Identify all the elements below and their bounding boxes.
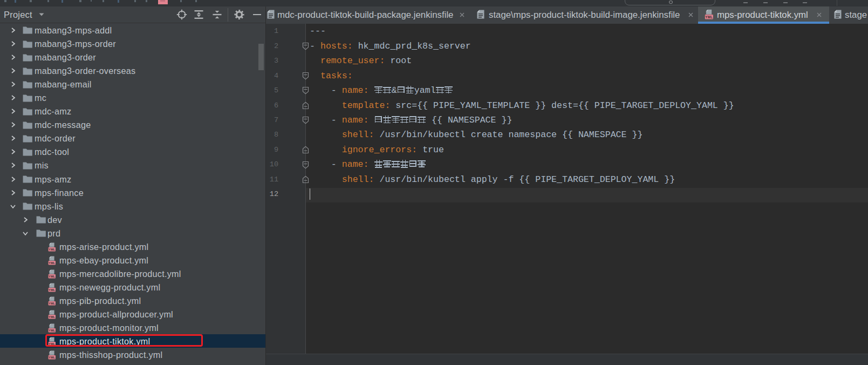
svg-text:YML: YML bbox=[49, 275, 56, 278]
svg-text:YML: YML bbox=[49, 288, 56, 292]
svg-text:YML: YML bbox=[49, 248, 56, 251]
svg-text:YML: YML bbox=[705, 15, 713, 19]
svg-text:YML: YML bbox=[49, 356, 56, 359]
svg-text:YML: YML bbox=[49, 261, 56, 265]
svg-text:YML: YML bbox=[49, 302, 56, 305]
svg-text:YML: YML bbox=[49, 315, 56, 319]
svg-text:YML: YML bbox=[49, 329, 56, 332]
